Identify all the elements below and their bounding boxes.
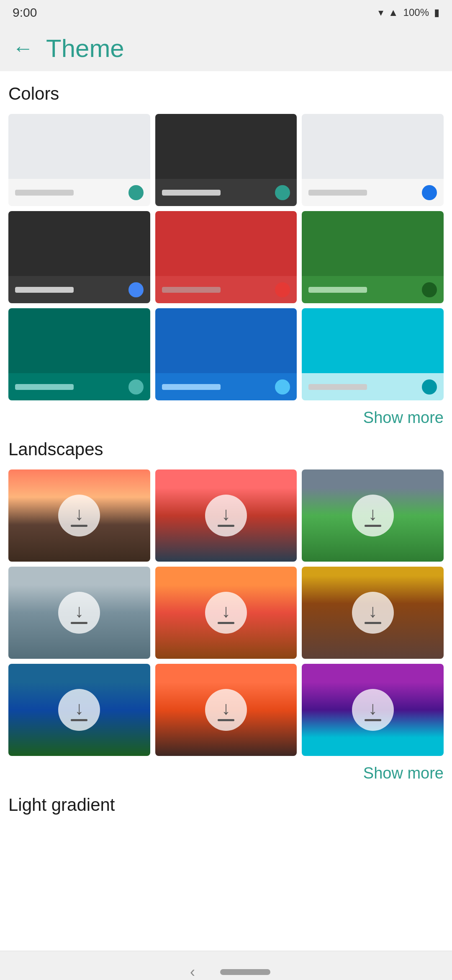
nav-bar: ‹ xyxy=(0,951,452,980)
wifi-icon: ▾ xyxy=(378,7,383,18)
color-bar-blue xyxy=(308,190,367,196)
landscape-card-2[interactable]: ↓ xyxy=(155,469,297,562)
color-bar-teal xyxy=(15,384,74,390)
download-line-4 xyxy=(71,622,87,624)
landscape-card-7[interactable]: ↓ xyxy=(8,664,150,756)
color-bar-dark xyxy=(162,190,221,196)
theme-light-card[interactable] xyxy=(8,114,150,206)
color-dot-indigo xyxy=(275,379,290,395)
download-btn-1[interactable]: ↓ xyxy=(58,495,100,536)
light-gradient-section: Light gradient xyxy=(8,795,444,815)
nav-back-chevron[interactable]: ‹ xyxy=(182,959,203,980)
color-bottom-green xyxy=(302,276,444,303)
download-btn-6[interactable]: ↓ xyxy=(352,592,394,634)
colors-section: Colors xyxy=(8,84,444,427)
landscape-card-9[interactable]: ↓ xyxy=(302,664,444,756)
light-gradient-title: Light gradient xyxy=(8,795,444,815)
theme-cyan-card[interactable] xyxy=(302,308,444,400)
color-bar-light xyxy=(15,190,74,196)
battery-text: 100% xyxy=(403,7,429,18)
colors-show-more[interactable]: Show more xyxy=(8,409,444,427)
color-top-cyan xyxy=(302,308,444,373)
color-bottom-red xyxy=(155,276,297,303)
download-icon-6: ↓ xyxy=(368,602,378,620)
color-top-dark xyxy=(155,114,297,179)
color-bottom-teal xyxy=(8,373,150,400)
theme-green-card[interactable] xyxy=(302,211,444,303)
nav-home-pill[interactable] xyxy=(220,969,270,975)
landscape-card-5[interactable]: ↓ xyxy=(155,567,297,659)
download-line-5 xyxy=(218,622,234,624)
color-bottom-darkblue xyxy=(8,276,150,303)
color-bar-cyan xyxy=(308,384,367,390)
color-bottom-light xyxy=(8,179,150,206)
landscape-card-8[interactable]: ↓ xyxy=(155,664,297,756)
status-icons: ▾ ▲ 100% ▮ xyxy=(378,7,439,18)
color-dot-green xyxy=(422,282,437,297)
landscape-card-3[interactable]: ↓ xyxy=(302,469,444,562)
status-bar: 9:00 ▾ ▲ 100% ▮ xyxy=(0,0,452,25)
download-btn-8[interactable]: ↓ xyxy=(205,689,247,731)
color-dot-red xyxy=(275,282,290,297)
landscape-card-4[interactable]: ↓ xyxy=(8,567,150,659)
color-top-indigo xyxy=(155,308,297,373)
theme-teal-card[interactable] xyxy=(8,308,150,400)
color-dot-light xyxy=(128,185,144,200)
color-bottom-dark xyxy=(155,179,297,206)
download-icon-4: ↓ xyxy=(74,602,84,620)
color-dot-dark xyxy=(275,185,290,200)
back-button[interactable]: ← xyxy=(8,32,38,64)
color-top-light xyxy=(8,114,150,179)
landscapes-grid: ↓ ↓ ↓ ↓ xyxy=(8,469,444,756)
color-bar-red xyxy=(162,287,221,293)
color-top-green xyxy=(302,211,444,276)
color-top-darkblue xyxy=(8,211,150,276)
download-line-3 xyxy=(365,525,381,527)
download-btn-5[interactable]: ↓ xyxy=(205,592,247,634)
download-btn-7[interactable]: ↓ xyxy=(58,689,100,731)
battery-icon: ▮ xyxy=(434,7,439,18)
landscapes-title: Landscapes xyxy=(8,439,444,459)
signal-icon: ▲ xyxy=(388,7,398,18)
color-bar-indigo xyxy=(162,384,221,390)
landscape-card-1[interactable]: ↓ xyxy=(8,469,150,562)
color-bottom-indigo xyxy=(155,373,297,400)
main-content: Colors xyxy=(0,71,452,951)
color-grid xyxy=(8,114,444,400)
color-dot-darkblue xyxy=(128,282,144,297)
download-icon-8: ↓ xyxy=(221,699,231,717)
color-top-blue xyxy=(302,114,444,179)
status-time: 9:00 xyxy=(13,5,37,20)
download-icon-9: ↓ xyxy=(368,699,378,717)
download-line-6 xyxy=(365,622,381,624)
theme-dark-card[interactable] xyxy=(155,114,297,206)
color-dot-teal xyxy=(128,379,144,395)
download-btn-9[interactable]: ↓ xyxy=(352,689,394,731)
download-btn-3[interactable]: ↓ xyxy=(352,495,394,536)
download-line-7 xyxy=(71,719,87,721)
page-title: Theme xyxy=(46,34,124,63)
colors-title: Colors xyxy=(8,84,444,104)
download-icon-5: ↓ xyxy=(221,602,231,620)
theme-blue-card[interactable] xyxy=(302,114,444,206)
theme-indigo-card[interactable] xyxy=(155,308,297,400)
color-top-teal xyxy=(8,308,150,373)
landscape-card-6[interactable]: ↓ xyxy=(302,567,444,659)
color-bar-green xyxy=(308,287,367,293)
download-icon-2: ↓ xyxy=(221,505,231,523)
landscapes-section: Landscapes ↓ ↓ ↓ xyxy=(8,439,444,782)
download-btn-4[interactable]: ↓ xyxy=(58,592,100,634)
theme-darkblue-card[interactable] xyxy=(8,211,150,303)
color-top-red xyxy=(155,211,297,276)
theme-red-card[interactable] xyxy=(155,211,297,303)
download-line-8 xyxy=(218,719,234,721)
download-icon-3: ↓ xyxy=(368,505,378,523)
download-icon-7: ↓ xyxy=(74,699,84,717)
color-bottom-cyan xyxy=(302,373,444,400)
color-dot-cyan xyxy=(422,379,437,395)
download-btn-2[interactable]: ↓ xyxy=(205,495,247,536)
download-icon-1: ↓ xyxy=(74,505,84,523)
landscapes-show-more[interactable]: Show more xyxy=(8,764,444,782)
color-bar-darkblue xyxy=(15,287,74,293)
download-line-9 xyxy=(365,719,381,721)
